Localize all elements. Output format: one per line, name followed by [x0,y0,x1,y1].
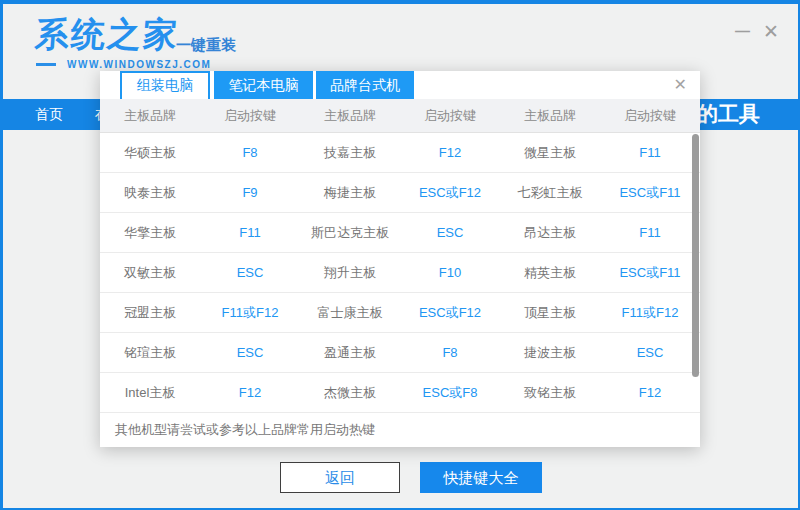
header-cell: 主板品牌 [100,107,200,125]
brand-cell: 富士康主板 [300,304,400,322]
brand-cell: 杰微主板 [300,384,400,402]
header-cell: 启动按键 [600,107,700,125]
table-row: 华硕主板F8技嘉主板F12微星主板F11 [100,133,700,173]
hotkey-cell: ESC或F12 [400,184,500,202]
table-row: 映泰主板F9梅捷主板ESC或F12七彩虹主板ESC或F11 [100,173,700,213]
tab-assembled-pc[interactable]: 组装电脑 [120,71,210,99]
brand-cell: 翔升主板 [300,264,400,282]
hotkey-cell: ESC [600,345,700,360]
app-logo: 系统之家 [33,12,180,58]
hotkey-cell: F8 [200,145,300,160]
header-cell: 启动按键 [200,107,300,125]
brand-cell: 铭瑄主板 [100,344,200,362]
back-button[interactable]: 返回 [280,462,400,493]
hotkey-table-body: 华硕主板F8技嘉主板F12微星主板F11映泰主板F9梅捷主板ESC或F12七彩虹… [100,133,700,413]
hotkey-cell: ESC或F11 [600,184,700,202]
brand-cell: 华硕主板 [100,144,200,162]
hotkey-cell: F10 [400,265,500,280]
brand-cell: 华擎主板 [100,224,200,242]
brand-cell: 梅捷主板 [300,184,400,202]
brand-cell: 精英主板 [500,264,600,282]
hotkey-cell: F11 [600,145,700,160]
minimize-icon[interactable]: — [735,22,750,39]
brand-cell: 映泰主板 [100,184,200,202]
hotkey-table-note: 其他机型请尝试或参考以上品牌常用启动热键 [100,413,700,446]
tab-laptop[interactable]: 笔记本电脑 [214,71,313,99]
hotkey-cell: F11或F12 [200,304,300,322]
hotkey-cell: F11 [600,225,700,240]
brand-cell: 七彩虹主板 [500,184,600,202]
brand-cell: 盈通主板 [300,344,400,362]
boot-hotkey-dialog: 组装电脑 笔记本电脑 品牌台式机 ✕ 主板品牌启动按键主板品牌启动按键主板品牌启… [100,71,700,447]
header-cell: 主板品牌 [300,107,400,125]
header-cell: 启动按键 [400,107,500,125]
dialog-close-icon[interactable]: ✕ [674,75,687,95]
hotkey-cell: ESC [200,345,300,360]
hotkeys-list-button[interactable]: 快捷键大全 [420,462,542,493]
hotkey-cell: ESC [200,265,300,280]
brand-cell: 微星主板 [500,144,600,162]
table-row: 铭瑄主板ESC盈通主板F8捷波主板ESC [100,333,700,373]
brand-cell: 斯巴达克主板 [300,224,400,242]
scrollbar-thumb[interactable] [692,134,699,377]
hotkey-cell: F12 [200,385,300,400]
dialog-tabstrip: 组装电脑 笔记本电脑 品牌台式机 ✕ [100,71,700,99]
hotkey-cell: ESC或F8 [400,384,500,402]
brand-cell: 捷波主板 [500,344,600,362]
header-cell: 主板品牌 [500,107,600,125]
app-url-text: WWW.WINDOWSZJ.COM [67,59,211,70]
tab-brand-desktop[interactable]: 品牌台式机 [316,71,414,99]
hotkey-cell: F11 [200,225,300,240]
hotkey-cell: F11或F12 [600,304,700,322]
table-row: 冠盟主板F11或F12富士康主板ESC或F12顶星主板F11或F12 [100,293,700,333]
table-row: 双敏主板ESC翔升主板F10精英主板ESC或F11 [100,253,700,293]
window-close-icon[interactable]: ✕ [763,20,779,43]
hotkey-cell: ESC或F12 [400,304,500,322]
brand-cell: Intel主板 [100,384,200,402]
brand-cell: 冠盟主板 [100,304,200,322]
table-row: 华擎主板F11斯巴达克主板ESC昂达主板F11 [100,213,700,253]
app-url-line: WWW.WINDOWSZJ.COM [36,59,211,70]
hotkey-cell: F9 [200,185,300,200]
nav-slogan-fragment: 的工具 [697,99,760,130]
brand-cell: 双敏主板 [100,264,200,282]
brand-cell: 顶星主板 [500,304,600,322]
hotkey-cell: ESC或F11 [600,264,700,282]
hotkey-cell: ESC [400,225,500,240]
app-logo-subtitle: 一键重装 [176,36,236,55]
hotkey-table-header: 主板品牌启动按键主板品牌启动按键主板品牌启动按键 [100,99,700,133]
brand-cell: 致铭主板 [500,384,600,402]
nav-item-home[interactable]: 首页 [35,99,63,130]
table-row: Intel主板F12杰微主板ESC或F8致铭主板F12 [100,373,700,413]
app-window: 系统之家 一键重装 WWW.WINDOWSZJ.COM — ✕ 首页 在线重装 … [0,0,800,510]
hotkey-cell: F8 [400,345,500,360]
url-dash-decoration [36,63,56,66]
brand-cell: 昂达主板 [500,224,600,242]
brand-cell: 技嘉主板 [300,144,400,162]
hotkey-cell: F12 [600,385,700,400]
hotkey-cell: F12 [400,145,500,160]
